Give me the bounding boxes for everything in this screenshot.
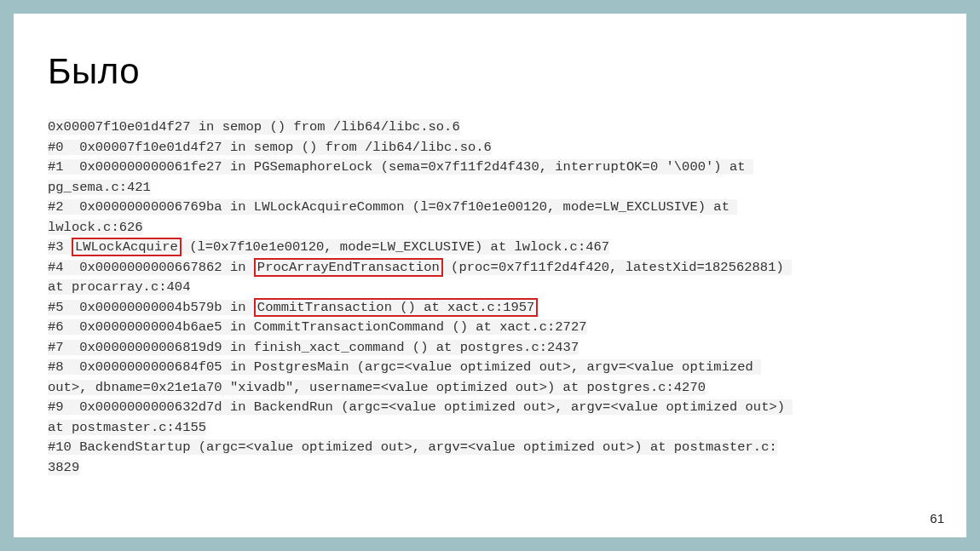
stack-line: #9 0x0000000000632d7d in BackendRun (arg…: [48, 399, 793, 415]
stack-line: #6 0x00000000004b6ae5 in CommitTransacti…: [48, 319, 587, 335]
stack-line: (proc=0x7f11f2d4f420, latestXid=18256288…: [443, 260, 792, 275]
stack-line: #5 0x00000000004b579b in: [48, 300, 254, 315]
stack-line: #0 0x00007f10e01d4f27 in semop () from /…: [48, 140, 492, 155]
stack-line: (l=0x7f10e1e00120, mode=LW_EXCLUSIVE) at…: [182, 239, 609, 255]
stack-line: #3: [48, 239, 72, 255]
stack-line: 0x00007f10e01d4f27 in semop () from /lib…: [48, 119, 460, 135]
slide-title: Было: [48, 51, 932, 92]
stack-line: 3829: [48, 460, 79, 475]
stack-line: #10 BackendStartup (argc=<value optimize…: [48, 439, 777, 455]
stack-line: at procarray.c:404: [48, 279, 190, 295]
stack-line: #8 0x0000000000684f05 in PostgresMain (a…: [48, 359, 761, 375]
stack-trace: 0x00007f10e01d4f27 in semop () from /lib…: [48, 118, 932, 478]
stack-line: #2 0x00000000006769ba in LWLockAcquireCo…: [48, 199, 737, 215]
slide: Было 0x00007f10e01d4f27 in semop () from…: [14, 14, 966, 537]
highlight-lwlockacquire: LWLockAcquire: [72, 238, 182, 256]
highlight-committransaction: CommitTransaction () at xact.c:1957: [254, 298, 539, 317]
stack-line: at postmaster.c:4155: [48, 420, 206, 435]
stack-line: #7 0x00000000006819d9 in finish_xact_com…: [48, 340, 579, 355]
stack-line: pg_sema.c:421: [48, 180, 151, 195]
stack-line: #1 0x000000000061fe27 in PGSemaphoreLock…: [48, 159, 753, 175]
stack-line: #4 0x0000000000667862 in: [48, 260, 254, 275]
stack-line: lwlock.c:626: [48, 220, 143, 235]
stack-line: out>, dbname=0x21e1a70 "xivadb", usernam…: [48, 380, 706, 395]
page-number: 61: [930, 511, 944, 525]
highlight-procarrayendtransaction: ProcArrayEndTransaction: [254, 258, 443, 277]
